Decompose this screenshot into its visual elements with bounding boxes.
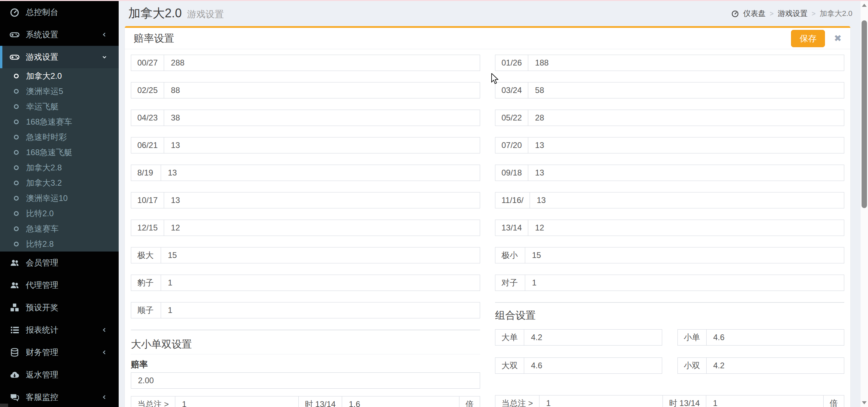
- sidebar-item-members[interactable]: 会员管理: [0, 252, 119, 274]
- close-icon[interactable]: ✖: [834, 34, 842, 43]
- combo-input[interactable]: [524, 358, 662, 373]
- odds-input[interactable]: [528, 82, 844, 98]
- sidebar-item-game-settings[interactable]: 游戏设置: [0, 46, 119, 68]
- sidebar-bottom-corner: [0, 404, 8, 407]
- sidebar-subitem-label: 急速赛车: [26, 223, 59, 234]
- gamepad-icon: [9, 30, 20, 40]
- sidebar-subitem-canada32[interactable]: 加拿大3.2: [0, 175, 119, 190]
- odds-row: 02/25: [131, 82, 480, 98]
- circle-icon: [12, 179, 20, 187]
- odds-input[interactable]: [528, 165, 844, 181]
- chevron-left-icon: [100, 31, 108, 39]
- sidebar-subitem-label: 比特2.8: [26, 239, 54, 249]
- combo-input[interactable]: [524, 330, 662, 345]
- odds-input[interactable]: [530, 192, 844, 208]
- sidebar-item-dashboard[interactable]: 总控制台: [0, 1, 119, 23]
- sidebar-subitem-aozhou10[interactable]: 澳洲幸运10: [0, 190, 119, 206]
- rule-suffix-label: 倍: [459, 396, 480, 407]
- users-icon: [9, 280, 20, 290]
- sidebar-subitem-bite28[interactable]: 比特2.8: [0, 236, 119, 252]
- sidebar-subitem-canada28[interactable]: 加拿大2.8: [0, 160, 119, 175]
- odds-input[interactable]: [161, 247, 480, 263]
- combo-field: 大双: [495, 357, 662, 374]
- dsdd-section-title: 大小单双设置: [131, 337, 480, 351]
- odds-input[interactable]: [161, 275, 480, 291]
- odds-label: 豹子: [131, 275, 161, 291]
- breadcrumb-game-settings[interactable]: 游戏设置: [778, 8, 808, 19]
- panel-header: 赔率设置 保存 ✖: [125, 28, 850, 49]
- scrollbar-up-button[interactable]: [861, 1, 868, 10]
- right-column: 01/26 03/24 05/22 07/20 09/18: [495, 55, 844, 407]
- page-title-text: 加拿大2.0: [128, 6, 182, 20]
- rule-threshold-input[interactable]: [175, 396, 298, 407]
- odds-input[interactable]: [164, 82, 480, 98]
- odds-input[interactable]: [528, 110, 844, 126]
- rule-mid-label: 时 13/14: [663, 395, 706, 407]
- sidebar-subitem-xingyunfeiting[interactable]: 幸运飞艇: [0, 99, 119, 114]
- sidebar-item-finance[interactable]: 财务管理: [0, 341, 119, 364]
- sidebar-subitem-aozhou5[interactable]: 澳洲幸运5: [0, 84, 119, 99]
- breadcrumb-dashboard[interactable]: 仪表盘: [743, 8, 766, 19]
- sidebar-subitem-bite20[interactable]: 比特2.0: [0, 206, 119, 221]
- sidebar-subitem-label: 澳洲幸运10: [26, 193, 68, 204]
- odds-input[interactable]: [164, 192, 480, 208]
- database-icon: [9, 347, 20, 357]
- breadcrumb-current: 加拿大2.0: [820, 8, 852, 19]
- odds-input[interactable]: [164, 55, 480, 71]
- odds-label: 04/23: [131, 110, 164, 126]
- sidebar-subitem-jisusaiche[interactable]: 急速赛车: [0, 221, 119, 236]
- odds-row: 顺子: [131, 302, 480, 318]
- sidebar-item-rebate[interactable]: 返水管理: [0, 364, 119, 386]
- rule-rate-input[interactable]: [706, 395, 823, 407]
- odds-row: 极大: [131, 247, 480, 263]
- dashboard-icon: [731, 10, 739, 18]
- odds-input[interactable]: [164, 220, 480, 236]
- list-ol-icon: [9, 325, 20, 335]
- odds-input[interactable]: [161, 302, 480, 318]
- odds-input[interactable]: [525, 247, 844, 263]
- comments-icon: [9, 392, 20, 402]
- combo-section-title: 组合设置: [495, 308, 844, 322]
- sidebar-item-reports[interactable]: 报表统计: [0, 319, 119, 341]
- combo-label: 小单: [678, 330, 707, 345]
- odds-input[interactable]: [164, 137, 480, 153]
- sidebar-subitem-168feiting[interactable]: 168急速飞艇: [0, 145, 119, 160]
- sidebar-item-preset-draw[interactable]: 预设开奖: [0, 296, 119, 319]
- sidebar-item-agents[interactable]: 代理管理: [0, 274, 119, 296]
- dsdd-rule-row: 当总注 > 时 13/14 倍: [131, 396, 480, 407]
- sidebar-item-label: 报表统计: [26, 325, 100, 335]
- combo-input[interactable]: [707, 358, 844, 373]
- odds-label: 对子: [495, 275, 525, 291]
- odds-input[interactable]: [164, 110, 480, 126]
- odds-label: 10/17: [131, 192, 164, 208]
- save-button[interactable]: 保存: [791, 30, 825, 47]
- dsdd-odds-row: [131, 372, 480, 389]
- gamepad-icon: [9, 52, 20, 62]
- rule-rate-input[interactable]: [342, 396, 459, 407]
- odds-row: 03/24: [495, 82, 844, 98]
- odds-input[interactable]: [528, 137, 844, 153]
- sidebar-item-system-settings[interactable]: 系统设置: [0, 23, 119, 46]
- sidebar-subitem-canada20[interactable]: 加拿大2.0: [0, 68, 119, 84]
- odds-input[interactable]: [525, 275, 844, 291]
- rule-threshold-input[interactable]: [539, 395, 663, 407]
- vertical-scrollbar: [861, 1, 868, 407]
- sidebar-item-service-monitor[interactable]: 客服监控: [0, 386, 119, 407]
- sidebar-subitem-168saiche[interactable]: 168急速赛车: [0, 114, 119, 129]
- odds-input[interactable]: [528, 55, 844, 71]
- sidebar-item-label: 客服监控: [26, 392, 100, 403]
- odds-row: 13/14: [495, 220, 844, 236]
- combo-label: 大单: [495, 330, 524, 345]
- odds-input[interactable]: [161, 165, 480, 181]
- combo-label: 小双: [678, 358, 707, 373]
- sidebar-subitem-jisushishicai[interactable]: 急速时时彩: [0, 129, 119, 145]
- rule-prefix-label: 当总注 >: [495, 395, 539, 407]
- odds-label: 03/24: [495, 82, 528, 98]
- sidebar-item-label: 返水管理: [26, 369, 108, 380]
- circle-icon: [12, 209, 20, 218]
- dsdd-odds-input[interactable]: [131, 373, 480, 388]
- combo-input[interactable]: [707, 330, 844, 345]
- scrollbar-thumb[interactable]: [862, 20, 867, 208]
- scrollbar-down-button[interactable]: [861, 398, 868, 407]
- odds-input[interactable]: [528, 220, 844, 236]
